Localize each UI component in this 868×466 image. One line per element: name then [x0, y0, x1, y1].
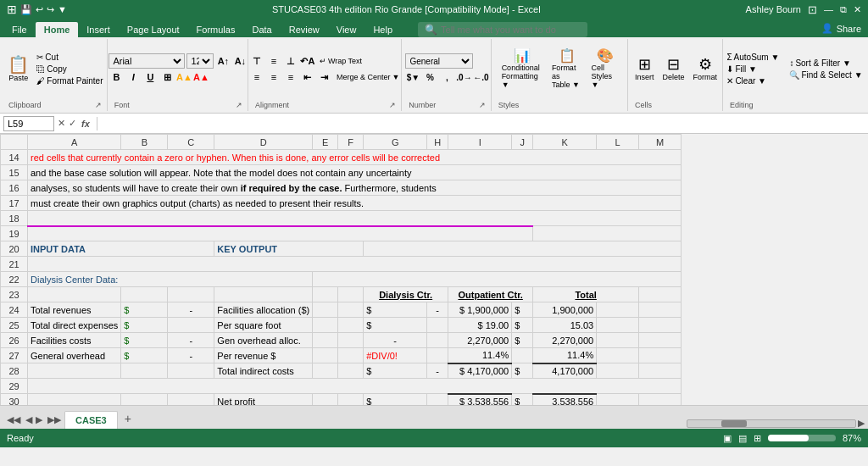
cell-29-a[interactable]	[28, 379, 682, 394]
row-num-15[interactable]: 15	[1, 165, 28, 180]
add-sheet-button[interactable]: +	[118, 408, 138, 429]
tab-view[interactable]: View	[328, 22, 365, 37]
align-right-btn[interactable]: ≡	[283, 69, 298, 85]
col-header-c[interactable]: C	[168, 135, 214, 150]
cell-27-h[interactable]	[427, 348, 448, 363]
cell-30-e[interactable]	[313, 394, 338, 406]
cell-28-l[interactable]	[597, 363, 639, 379]
cell-23-f[interactable]	[338, 287, 364, 302]
close-btn[interactable]: ✕	[854, 4, 861, 15]
row-num-19[interactable]: 19	[1, 226, 28, 241]
sort-filter-btn[interactable]: ↕ Sort & Filter ▼	[787, 58, 865, 69]
formula-insert-icon[interactable]: fx	[81, 119, 90, 129]
cell-24-b[interactable]: $	[121, 302, 168, 318]
formula-cancel-icon[interactable]: ✕	[58, 118, 65, 129]
align-middle-btn[interactable]: ≡	[266, 53, 281, 69]
cell-24-l[interactable]	[597, 302, 639, 318]
border-button[interactable]: ⊞	[159, 69, 175, 85]
row-num-24[interactable]: 24	[1, 302, 28, 318]
format-as-table-btn[interactable]: 📋 Format asTable ▼	[548, 47, 587, 91]
tab-data[interactable]: Data	[243, 22, 280, 37]
row-num-28[interactable]: 28	[1, 363, 28, 379]
currency-btn[interactable]: $▼	[405, 69, 420, 85]
cell-23-c[interactable]	[168, 287, 214, 302]
increase-decimal-btn[interactable]: .0→	[456, 69, 471, 85]
font-dialog-icon[interactable]: ↗	[236, 101, 242, 109]
cell-26-a[interactable]: Facilities costs	[28, 333, 121, 348]
cell-25-l[interactable]	[597, 318, 639, 333]
cell-30-a[interactable]	[28, 394, 121, 406]
quick-access-more[interactable]: ▼	[58, 4, 67, 14]
conditional-formatting-btn[interactable]: 📊 ConditionalFormatting ▼	[498, 47, 547, 91]
cell-styles-btn[interactable]: 🎨 CellStyles ▼	[588, 47, 623, 91]
cell-26-b[interactable]: $	[121, 333, 168, 348]
row-num-26[interactable]: 26	[1, 333, 28, 348]
cell-19-k[interactable]	[533, 226, 682, 241]
col-header-g[interactable]: G	[364, 135, 427, 150]
cell-27-j[interactable]	[512, 348, 533, 363]
quick-access-save[interactable]: 💾	[20, 4, 32, 15]
cell-28-h[interactable]: -	[427, 363, 448, 379]
cell-28-m[interactable]	[639, 363, 682, 379]
quick-access-redo[interactable]: ↪	[47, 4, 54, 15]
decrease-decimal-btn[interactable]: ←.0	[473, 69, 488, 85]
format-btn[interactable]: ⚙ Format	[689, 55, 721, 83]
align-center-btn[interactable]: ≡	[266, 69, 281, 85]
row-num-20[interactable]: 20	[1, 241, 28, 257]
sheet-tab-case3[interactable]: CASE3	[64, 411, 118, 429]
indent-increase-btn[interactable]: ⇥	[317, 69, 332, 85]
font-color-button[interactable]: A▲	[193, 69, 209, 85]
cell-27-d[interactable]: Per revenue $	[214, 348, 313, 363]
cell-25-i[interactable]: $ 19.00	[448, 318, 512, 333]
tab-review[interactable]: Review	[281, 22, 328, 37]
cell-24-j[interactable]: $	[512, 302, 533, 318]
row-num-22[interactable]: 22	[1, 272, 28, 287]
cell-26-m[interactable]	[639, 333, 682, 348]
cell-28-i[interactable]: $ 4,170,000	[448, 363, 512, 379]
cell-19-a[interactable]	[28, 226, 533, 241]
number-dialog-icon[interactable]: ↗	[479, 101, 486, 109]
paste-button[interactable]: 📋 Paste	[4, 54, 32, 84]
cell-23-b[interactable]	[121, 287, 168, 302]
cell-30-j[interactable]: $	[512, 394, 533, 406]
rotate-text-btn[interactable]: ↶A	[300, 53, 315, 69]
nav-right-icon[interactable]: ▶▶	[44, 411, 64, 429]
col-header-a[interactable]: A	[28, 135, 121, 150]
nav-prev-icon[interactable]: ◀	[24, 411, 34, 429]
underline-button[interactable]: U	[142, 69, 158, 85]
row-num-27[interactable]: 27	[1, 348, 28, 363]
cell-24-h[interactable]: -	[427, 302, 448, 318]
cell-28-g[interactable]: $	[364, 363, 427, 379]
cell-28-e[interactable]	[313, 363, 338, 379]
font-name-select[interactable]: Arial	[108, 53, 185, 69]
cell-26-k[interactable]: 2,270,000	[533, 333, 597, 348]
page-break-icon[interactable]: ⊞	[754, 433, 761, 444]
row-num-29[interactable]: 29	[1, 379, 28, 394]
share-button[interactable]: Share	[837, 24, 861, 34]
align-bottom-btn[interactable]: ⊥	[283, 53, 298, 69]
cell-27-a[interactable]: General overhead	[28, 348, 121, 363]
comma-btn[interactable]: ,	[439, 69, 454, 85]
cell-30-g[interactable]: $	[364, 394, 427, 406]
cell-21-a[interactable]	[28, 257, 682, 272]
quick-access-undo[interactable]: ↩	[36, 4, 43, 15]
cell-25-h[interactable]	[427, 318, 448, 333]
bold-button[interactable]: B	[108, 69, 124, 85]
cell-27-k[interactable]: 11.4%	[533, 348, 597, 363]
cell-24-g[interactable]: $	[364, 302, 427, 318]
cell-24-f[interactable]	[338, 302, 364, 318]
cell-20-g[interactable]	[364, 241, 682, 257]
cell-25-a[interactable]: Total direct expenses	[28, 318, 121, 333]
cell-23-i[interactable]: Outpatient Ctr.	[448, 287, 533, 302]
cell-27-l[interactable]	[597, 348, 639, 363]
col-header-e[interactable]: E	[313, 135, 338, 150]
row-num-18[interactable]: 18	[1, 211, 28, 226]
cell-27-f[interactable]	[338, 348, 364, 363]
col-header-i[interactable]: I	[448, 135, 512, 150]
cell-26-d[interactable]: Gen overhead alloc.	[214, 333, 313, 348]
col-header-d[interactable]: D	[214, 135, 313, 150]
cell-24-c[interactable]: -	[168, 302, 214, 318]
cell-30-f[interactable]	[338, 394, 364, 406]
name-box[interactable]	[3, 116, 54, 131]
nav-left-icon[interactable]: ◀◀	[3, 411, 24, 429]
